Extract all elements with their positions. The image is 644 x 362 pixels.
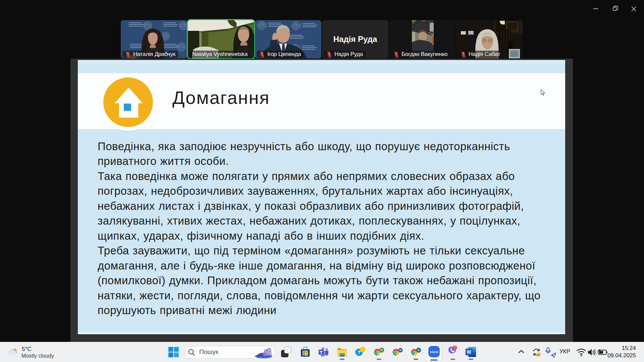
svg-text:Н: Н bbox=[418, 349, 420, 352]
svg-text:П: П bbox=[381, 349, 383, 352]
svg-text:Н: Н bbox=[399, 349, 401, 352]
svg-text:2: 2 bbox=[454, 346, 456, 350]
